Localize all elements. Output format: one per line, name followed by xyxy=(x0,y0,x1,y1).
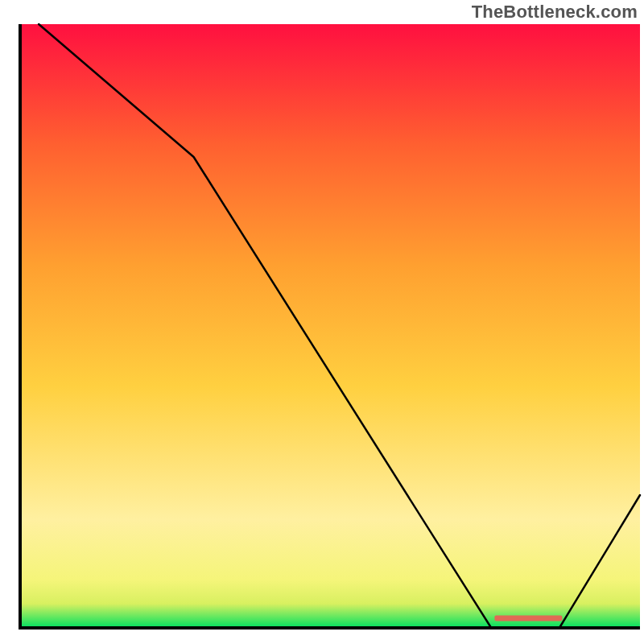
bottleneck-chart xyxy=(0,0,644,644)
optimal-range-marker xyxy=(494,616,562,621)
chart-stage: TheBottleneck.com xyxy=(0,0,644,644)
plot-area xyxy=(20,24,640,628)
